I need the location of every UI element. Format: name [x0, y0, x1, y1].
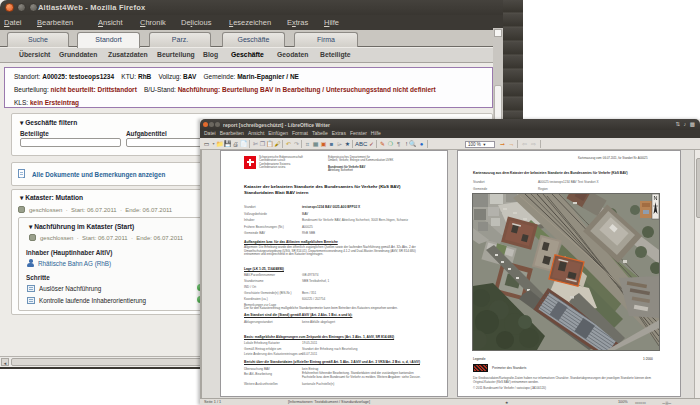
- svg-text:N: N: [654, 195, 658, 201]
